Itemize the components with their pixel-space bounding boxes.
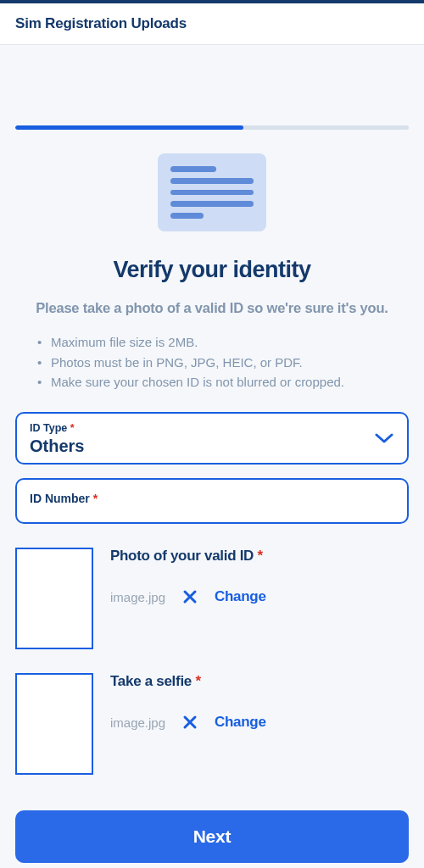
close-icon[interactable] [182, 589, 198, 604]
hero-title: Verify your identity [15, 257, 409, 283]
selfie-filename: image.jpg [110, 715, 165, 730]
valid-id-change-button[interactable]: Change [215, 588, 266, 605]
id-number-label: ID Number * [30, 492, 394, 505]
valid-id-thumbnail[interactable] [15, 548, 93, 649]
selfie-change-button[interactable]: Change [215, 714, 266, 731]
close-icon[interactable] [182, 715, 198, 730]
app-header: Sim Registration Uploads [0, 3, 424, 45]
id-number-field[interactable]: ID Number * [15, 478, 409, 524]
hero-subtitle: Please take a photo of a valid ID so we'… [15, 298, 409, 317]
rules-list: Maximum file size is 2MB. Photos must be… [15, 332, 409, 392]
rule-item: Photos must be in PNG, JPG, HEIC, or PDF… [51, 353, 400, 372]
id-type-value: Others [30, 437, 394, 456]
document-illustration [15, 153, 409, 231]
rule-item: Make sure your chosen ID is not blurred … [51, 372, 400, 392]
upload-valid-id: Photo of your valid ID * image.jpg Chang… [15, 548, 409, 649]
selfie-title: Take a selfie * [110, 673, 409, 690]
document-icon [158, 153, 266, 231]
progress-bar [15, 45, 409, 130]
next-button[interactable]: Next [15, 810, 409, 863]
selfie-thumbnail[interactable] [15, 673, 93, 775]
valid-id-title: Photo of your valid ID * [110, 548, 409, 565]
id-type-label: ID Type * [30, 422, 394, 434]
chevron-down-icon [375, 432, 393, 444]
rule-item: Maximum file size is 2MB. [51, 332, 400, 352]
id-type-select[interactable]: ID Type * Others [15, 412, 409, 465]
upload-selfie: Take a selfie * image.jpg Change [15, 673, 409, 775]
valid-id-filename: image.jpg [110, 590, 165, 604]
page-title: Sim Registration Uploads [15, 15, 409, 32]
